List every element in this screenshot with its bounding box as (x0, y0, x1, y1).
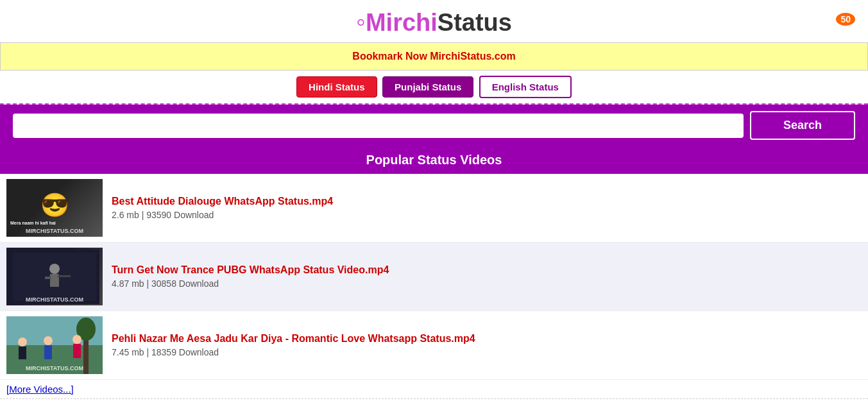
nav-tab-english[interactable]: English Status (479, 76, 572, 98)
bookmark-banner[interactable]: Bookmark Now MirchiStatus.com (0, 42, 868, 71)
video-meta-3: 7.45 mb | 18359 Download (112, 347, 862, 357)
nav-tab-punjabi[interactable]: Punjabi Status (382, 76, 473, 98)
video-title-1[interactable]: Best Attitude Dialouge WhatsApp Status.m… (112, 196, 862, 207)
search-input[interactable] (13, 114, 744, 138)
thumb-label-2: MIRCHISTATUS.COM (6, 296, 103, 303)
video-item: MIRCHISTATUS.COM Pehli Nazar Me Aesa Jad… (0, 311, 868, 380)
thumb-text-1: Mera naam hi kafi hai (10, 221, 56, 225)
video-item: MIRCHISTATUS.COM Turn Get Now Trance PUB… (0, 243, 868, 311)
sponsored-section: SPONSORED SEARCHES ℹ️ tik tok video🔍very… (0, 398, 868, 401)
mirchi-icon: 50 (836, 6, 855, 27)
search-bar: Search (0, 105, 868, 146)
thumb-emoji-1: 😎 (40, 192, 69, 219)
svg-rect-5 (58, 275, 71, 277)
svg-point-14 (72, 335, 81, 344)
video-item: 😎 Mera naam hi kafi hai MIRCHISTATUS.COM… (0, 174, 868, 243)
svg-rect-13 (44, 345, 52, 359)
svg-rect-15 (73, 344, 81, 358)
thumb-label-1: MIRCHISTATUS.COM (6, 228, 103, 234)
svg-rect-11 (19, 346, 26, 359)
video-thumbnail-2[interactable]: MIRCHISTATUS.COM (6, 248, 103, 305)
svg-point-12 (44, 336, 53, 345)
video-title-3[interactable]: Pehli Nazar Me Aesa Jadu Kar Diya - Roma… (112, 333, 862, 345)
search-button[interactable]: Search (750, 111, 855, 140)
logo: ◦MirchiStatus (0, 6, 868, 37)
video-thumbnail-3[interactable]: MIRCHISTATUS.COM (6, 316, 103, 374)
popular-heading: Popular Status Videos (0, 146, 868, 174)
svg-point-10 (18, 337, 27, 346)
header: ◦MirchiStatus 50 (0, 0, 868, 42)
video-meta-2: 4.87 mb | 30858 Download (112, 278, 862, 289)
thumb-label-3: MIRCHISTATUS.COM (6, 365, 103, 371)
svg-point-2 (49, 264, 60, 274)
video-info-3: Pehli Nazar Me Aesa Jadu Kar Diya - Roma… (112, 333, 862, 357)
bookmark-text: Bookmark Now MirchiStatus.com (352, 51, 515, 62)
nav-tab-hindi[interactable]: Hindi Status (296, 76, 377, 98)
video-meta-1: 2.6 mb | 93590 Download (112, 210, 862, 220)
svg-rect-3 (50, 274, 59, 287)
video-title-2[interactable]: Turn Get Now Trance PUBG WhatsApp Status… (112, 264, 862, 276)
more-videos-link[interactable]: [More Videos...] (0, 380, 868, 398)
video-thumbnail-1[interactable]: 😎 Mera naam hi kafi hai MIRCHISTATUS.COM (6, 179, 103, 237)
video-info-2: Turn Get Now Trance PUBG WhatsApp Status… (112, 264, 862, 289)
video-info-1: Best Attitude Dialouge WhatsApp Status.m… (112, 196, 862, 220)
svg-rect-4 (45, 277, 51, 279)
nav-tabs: Hindi Status Punjabi Status English Stat… (0, 71, 868, 105)
video-list: 😎 Mera naam hi kafi hai MIRCHISTATUS.COM… (0, 174, 868, 380)
